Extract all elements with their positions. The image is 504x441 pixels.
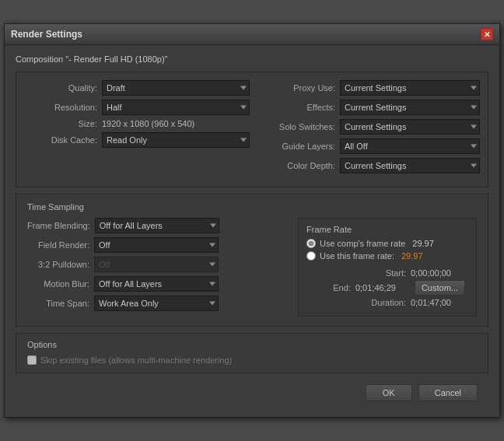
- solo-switches-row: Solo Switches: Current Settings: [265, 119, 480, 135]
- frame-blending-row: Frame Blending: Off for All Layers: [27, 218, 290, 233]
- size-row: Size: 1920 x 1080 (960 x 540): [27, 119, 250, 128]
- title-bar: Render Settings ✕: [5, 24, 499, 45]
- motion-blur-select-wrap: Off for All Layers: [94, 276, 219, 292]
- size-value: 1920 x 1080 (960 x 540): [102, 119, 194, 128]
- solo-switches-select[interactable]: Current Settings: [340, 119, 480, 135]
- time-sampling-title: Time Sampling: [27, 202, 477, 212]
- field-render-label: Field Render:: [27, 240, 89, 250]
- motion-blur-row: Motion Blur: Off for All Layers: [27, 276, 290, 292]
- proxy-use-label: Proxy Use:: [265, 83, 335, 93]
- color-depth-row: Color Depth: Current Settings: [265, 158, 480, 173]
- color-depth-select-wrap: Current Settings: [340, 158, 480, 173]
- guide-layers-row: Guide Layers: All Off: [265, 138, 480, 154]
- duration-row: Duration: 0;01;47;00: [306, 298, 465, 307]
- radio2-label: Use this frame rate:: [320, 251, 394, 261]
- end-time-row: End: 0;01;46;29 Custom...: [306, 280, 465, 296]
- effects-row: Effects: Current Settings: [265, 100, 480, 115]
- duration-label: Duration:: [371, 298, 406, 307]
- solo-switches-select-wrap: Current Settings: [340, 119, 480, 135]
- quality-label: Quality:: [27, 83, 97, 93]
- duration-value: 0;01;47;00: [411, 298, 465, 307]
- proxy-use-select[interactable]: Current Settings: [340, 80, 480, 96]
- frame-blending-select-wrap: Off for All Layers: [95, 218, 219, 233]
- size-label: Size:: [27, 119, 97, 128]
- pulldown-label: 3:2 Pulldown:: [27, 260, 89, 269]
- effects-select-wrap: Current Settings: [340, 100, 480, 115]
- cancel-button[interactable]: Cancel: [418, 384, 478, 401]
- radio-this-frame-rate[interactable]: Use this frame rate: 29.97: [306, 251, 468, 261]
- guide-layers-select-wrap: All Off: [340, 138, 480, 154]
- time-span-label: Time Span:: [27, 299, 89, 308]
- solo-switches-label: Solo Switches:: [265, 122, 335, 131]
- color-depth-select[interactable]: Current Settings: [340, 158, 480, 173]
- motion-blur-label: Motion Blur:: [27, 279, 89, 289]
- frame-rate-panel: Frame Rate Use comp's frame rate 29.97 U…: [298, 218, 477, 317]
- pulldown-select[interactable]: Off: [94, 257, 219, 272]
- end-label: End:: [333, 283, 351, 292]
- disk-cache-select-wrap: Read Only: [102, 132, 250, 148]
- ok-button[interactable]: OK: [366, 384, 412, 401]
- disk-cache-label: Disk Cache:: [27, 135, 97, 145]
- proxy-use-select-wrap: Current Settings: [340, 80, 480, 96]
- disk-cache-row: Disk Cache: Read Only: [27, 132, 250, 148]
- radio1-label: Use comp's frame rate: [320, 239, 405, 248]
- skip-files-checkbox[interactable]: [27, 355, 37, 365]
- guide-layers-label: Guide Layers:: [265, 142, 335, 151]
- pulldown-select-wrap: Off: [94, 257, 219, 272]
- dialog-title: Render Settings: [11, 29, 82, 40]
- time-info: Start: 0;00;00;00 End: 0;01;46;29 Custom…: [306, 268, 468, 307]
- start-label: Start:: [386, 268, 406, 278]
- quality-row: Quality: Draft: [27, 80, 250, 96]
- end-value: 0;01;46;29: [355, 283, 410, 292]
- start-value: 0;00;00;00: [411, 268, 465, 278]
- time-sampling-body: Frame Blending: Off for All Layers Field…: [27, 218, 477, 317]
- quality-columns: Quality: Draft Resolution: Half: [27, 80, 477, 177]
- render-settings-dialog: Render Settings ✕ Composition "- Render …: [4, 23, 500, 418]
- dialog-body: Composition "- Render Full HD (1080p)" Q…: [5, 45, 499, 417]
- dialog-footer: OK Cancel: [16, 380, 488, 409]
- guide-layers-select[interactable]: All Off: [340, 138, 480, 154]
- field-render-select[interactable]: Off: [94, 237, 219, 253]
- resolution-label: Resolution:: [27, 103, 97, 112]
- frame-blending-select[interactable]: Off for All Layers: [95, 218, 219, 233]
- color-depth-label: Color Depth:: [265, 161, 335, 170]
- resolution-row: Resolution: Half: [27, 100, 250, 115]
- resolution-select-wrap: Half: [102, 100, 250, 115]
- radio-comps-frame-rate[interactable]: Use comp's frame rate 29.97: [306, 239, 468, 248]
- start-time-row: Start: 0;00;00;00: [306, 268, 465, 278]
- quality-section: Quality: Draft Resolution: Half: [16, 72, 488, 187]
- frame-blending-label: Frame Blending:: [27, 221, 90, 230]
- radio2-value: 29.97: [401, 251, 423, 261]
- time-span-select[interactable]: Work Area Only: [94, 296, 219, 311]
- time-sampling-left: Frame Blending: Off for All Layers Field…: [27, 218, 290, 317]
- quality-select[interactable]: Draft: [102, 80, 250, 96]
- skip-files-label: Skip existing files (allows multi-machin…: [40, 355, 232, 365]
- effects-label: Effects:: [265, 103, 335, 112]
- disk-cache-select[interactable]: Read Only: [102, 132, 250, 148]
- time-span-row: Time Span: Work Area Only: [27, 296, 290, 311]
- options-title: Options: [27, 340, 477, 349]
- field-render-row: Field Render: Off: [27, 237, 290, 253]
- composition-label: Composition "- Render Full HD (1080p)": [16, 54, 488, 64]
- proxy-use-row: Proxy Use: Current Settings: [265, 80, 480, 96]
- motion-blur-select[interactable]: Off for All Layers: [94, 276, 219, 292]
- custom-button[interactable]: Custom...: [415, 280, 465, 296]
- quality-left-col: Quality: Draft Resolution: Half: [27, 80, 250, 177]
- time-span-select-wrap: Work Area Only: [94, 296, 219, 311]
- effects-select[interactable]: Current Settings: [340, 100, 480, 115]
- resolution-select[interactable]: Half: [102, 100, 250, 115]
- time-sampling-section: Time Sampling Frame Blending: Off for Al…: [16, 194, 488, 327]
- close-icon: ✕: [484, 30, 490, 39]
- quality-right-col: Proxy Use: Current Settings Effects:: [265, 80, 480, 177]
- pulldown-row: 3:2 Pulldown: Off: [27, 257, 290, 272]
- field-render-select-wrap: Off: [94, 237, 219, 253]
- radio1-value: 29.97: [412, 239, 434, 248]
- radio-this-frame-rate-input[interactable]: [306, 251, 316, 261]
- frame-rate-title: Frame Rate: [306, 225, 468, 234]
- close-button[interactable]: ✕: [481, 28, 493, 40]
- quality-select-wrap: Draft: [102, 80, 250, 96]
- options-section: Options Skip existing files (allows mult…: [16, 333, 488, 373]
- radio-comps-frame-rate-input[interactable]: [306, 239, 316, 248]
- skip-files-row: Skip existing files (allows multi-machin…: [27, 355, 477, 365]
